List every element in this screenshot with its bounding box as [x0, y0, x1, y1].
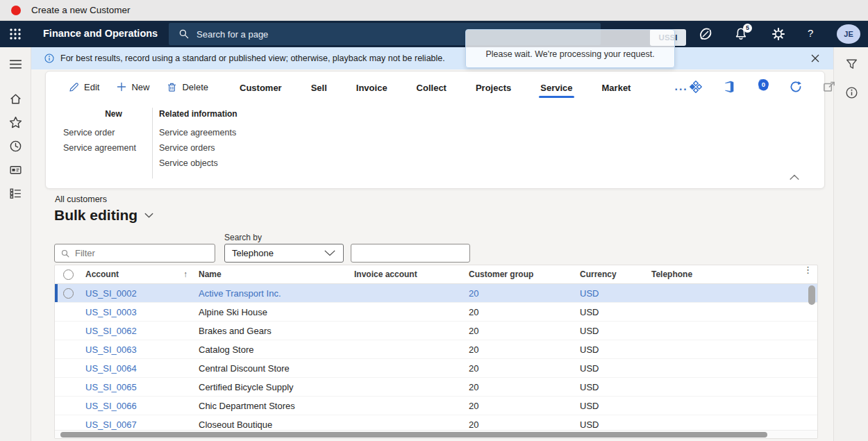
customer-group-cell: 20 — [467, 288, 578, 299]
currency-cell: USD — [578, 419, 650, 430]
action-pane: Edit New Delete Custom — [45, 71, 825, 189]
tab-projects[interactable]: Projects — [474, 75, 512, 99]
attachments-icon[interactable]: 0 — [755, 79, 770, 94]
search-by-select[interactable]: Telephone — [224, 244, 344, 263]
name-cell[interactable]: Closeout Boutique — [197, 419, 353, 430]
name-cell[interactable]: Central Discount Store — [197, 363, 353, 374]
open-in-new-window-icon[interactable] — [821, 79, 837, 94]
waffle-menu-icon[interactable] — [8, 27, 22, 41]
filter-placeholder: Filter — [75, 248, 95, 258]
four-diamonds-icon[interactable] — [688, 79, 703, 94]
table-row[interactable]: US_SI_0003Alpine Ski House20USD — [55, 303, 817, 322]
home-icon[interactable] — [8, 92, 23, 106]
info-icon — [44, 53, 55, 64]
customer-group-cell: 20 — [467, 344, 578, 355]
menu-item[interactable]: Service agreements — [159, 125, 312, 140]
close-icon[interactable] — [810, 53, 821, 64]
flyout-group-related: Related information Service agreementsSe… — [159, 109, 312, 171]
vertical-scrollbar[interactable] — [808, 285, 815, 305]
menu-item[interactable]: Service objects — [159, 156, 312, 171]
table-row[interactable]: US_SI_0002Active Transport Inc.20USD — [55, 284, 817, 303]
info-panel-icon[interactable] — [844, 85, 859, 100]
account-link[interactable]: US_SI_0002 — [84, 288, 197, 299]
table-row[interactable]: US_SI_0063Catalog Store20USD — [55, 340, 817, 359]
menu-item[interactable]: Service agreement — [63, 140, 164, 156]
menu-item[interactable]: Service orders — [159, 140, 312, 156]
grid-header-row: Account ↑ Name Invoice account Customer … — [55, 265, 817, 284]
open-in-office-icon[interactable] — [721, 79, 737, 94]
settings-gear-icon[interactable] — [771, 26, 786, 42]
table-row[interactable]: US_SI_0062Brakes and Gears20USD — [55, 322, 817, 340]
page-search-placeholder: Search for a page — [197, 29, 268, 40]
table-row[interactable]: US_SI_0064Central Discount Store20USD — [55, 359, 817, 378]
avatar[interactable]: JE — [837, 24, 860, 44]
chevron-down-icon — [144, 212, 154, 219]
refresh-icon[interactable] — [788, 79, 803, 94]
new-button[interactable]: New — [116, 81, 149, 92]
notifications-bell-icon[interactable]: 5 — [733, 26, 749, 42]
name-cell[interactable]: Brakes and Gears — [197, 326, 353, 336]
column-header-telephone[interactable]: Telephone — [650, 269, 799, 279]
attachments-count-badge: 0 — [758, 79, 769, 90]
help-icon[interactable]: ? — [808, 27, 813, 39]
recording-bar: Create a new Customer — [0, 0, 868, 21]
column-header-invoice-account[interactable]: Invoice account — [353, 269, 467, 279]
name-cell[interactable]: Active Transport Inc. — [197, 288, 353, 299]
account-link[interactable]: US_SI_0062 — [84, 326, 197, 336]
flyout-group-title: New — [63, 109, 164, 119]
table-row[interactable]: US_SI_0065Certified Bicycle Supply20USD — [55, 378, 817, 397]
column-header-name[interactable]: Name — [197, 269, 353, 279]
account-link[interactable]: US_SI_0063 — [84, 344, 197, 355]
tab-sell[interactable]: Sell — [310, 75, 328, 99]
column-header-currency[interactable]: Currency — [578, 269, 650, 279]
customers-grid: Account ↑ Name Invoice account Customer … — [54, 265, 818, 439]
workspaces-icon[interactable] — [8, 163, 23, 177]
name-cell[interactable]: Alpine Ski House — [197, 307, 353, 317]
account-link[interactable]: US_SI_0003 — [84, 307, 197, 317]
tab-customer[interactable]: Customer — [238, 75, 283, 99]
name-cell[interactable]: Catalog Store — [197, 344, 353, 355]
currency-cell: USD — [578, 344, 650, 355]
app-screen: Create a new Customer Finance and Operat… — [0, 0, 868, 441]
overflow-menu-icon[interactable]: ... — [674, 81, 687, 93]
account-link[interactable]: US_SI_0065 — [84, 382, 197, 392]
horizontal-scrollbar[interactable] — [60, 432, 767, 438]
search-value-input[interactable] — [351, 244, 470, 263]
collapse-ribbon-chevron-icon[interactable] — [788, 173, 801, 181]
name-cell[interactable]: Certified Bicycle Supply — [197, 382, 353, 392]
toast-notification: Please wait. We're processing your reque… — [465, 29, 675, 68]
search-by-value: Telephone — [232, 248, 274, 258]
favorites-star-icon[interactable] — [8, 115, 23, 130]
column-header-customer-group[interactable]: Customer group — [467, 269, 578, 279]
row-checkbox[interactable] — [63, 288, 74, 299]
search-icon — [60, 249, 70, 258]
account-link[interactable]: US_SI_0064 — [84, 363, 197, 374]
delete-button[interactable]: Delete — [166, 81, 208, 93]
select-all-checkbox[interactable] — [63, 269, 74, 280]
tab-market[interactable]: Market — [601, 75, 633, 99]
filter-input[interactable]: Filter — [54, 244, 215, 263]
modules-list-icon[interactable] — [8, 186, 23, 201]
message-bar-text: For best results, record using a standar… — [60, 53, 445, 63]
edit-button[interactable]: Edit — [68, 81, 99, 93]
page-title[interactable]: Bulk editing — [54, 207, 154, 224]
name-cell[interactable]: Chic Department Stores — [197, 401, 353, 411]
customer-group-cell: 20 — [467, 326, 578, 336]
currency-cell: USD — [578, 363, 650, 374]
dynamics365-icon[interactable] — [698, 26, 713, 42]
account-link[interactable]: US_SI_0066 — [84, 401, 197, 411]
record-indicator-icon — [11, 6, 21, 15]
tab-service[interactable]: Service — [539, 75, 574, 99]
tab-collect[interactable]: Collect — [415, 75, 448, 99]
hamburger-menu-icon[interactable] — [8, 57, 23, 72]
column-header-account[interactable]: Account ↑ — [84, 269, 197, 279]
right-tool-rail — [833, 47, 868, 441]
filter-funnel-icon[interactable] — [844, 57, 859, 72]
menu-item[interactable]: Service order — [63, 125, 164, 140]
table-row[interactable]: US_SI_0066Chic Department Stores20USD — [55, 397, 817, 415]
account-link[interactable]: US_SI_0067 — [84, 419, 197, 430]
recent-clock-icon[interactable] — [8, 139, 23, 153]
pencil-icon — [68, 81, 80, 93]
tab-invoice[interactable]: Invoice — [355, 75, 389, 99]
grid-options-icon[interactable]: ⋮ — [803, 268, 812, 272]
